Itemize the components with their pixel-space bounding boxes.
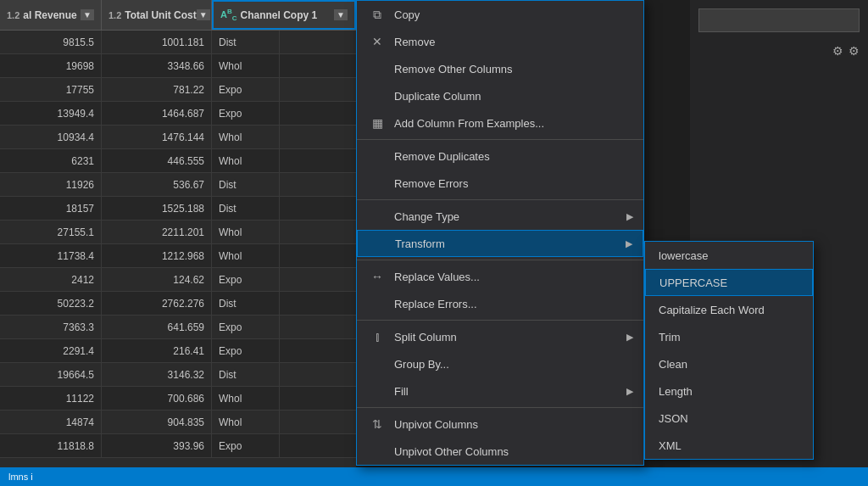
transform-submenu: lowercaseUPPERCASECapitalize Each WordTr…	[644, 241, 814, 460]
menu-item-remove_errors[interactable]: Remove Errors	[357, 170, 643, 197]
remove-icon: ✕	[367, 31, 387, 52]
menu-item-group_by[interactable]: Group By...	[357, 350, 643, 377]
cell-channel: Dist	[212, 292, 280, 315]
col-dropdown-channel[interactable]: ▼	[334, 9, 348, 20]
menu-item-label: Unpivot Columns	[394, 418, 478, 431]
menu-separator	[357, 320, 643, 321]
menu-item-replace_values[interactable]: ↔Replace Values...	[357, 263, 643, 290]
submenu-item-label: JSON	[659, 412, 688, 425]
add_col-icon: ▦	[367, 113, 387, 133]
col-header-channel[interactable]: ABC Channel Copy 1 ▼	[212, 0, 356, 30]
cell-channel: Whol	[212, 149, 280, 172]
menu-item-label: Add Column From Examples...	[394, 117, 544, 130]
table-row: 6231 446.555 Whol	[0, 149, 356, 173]
submenu-item-capitalize[interactable]: Capitalize Each Word	[645, 296, 813, 323]
cell-channel: Dist	[212, 31, 280, 53]
copy-icon: ⧉	[367, 4, 387, 25]
cell-cost: 2762.276	[102, 292, 212, 315]
cell-cost: 781.22	[102, 78, 212, 101]
menu-item-unpivot_other_columns[interactable]: Unpivot Other Columns	[357, 438, 643, 465]
cell-cost: 1525.188	[102, 197, 212, 220]
menu-item-copy[interactable]: ⧉Copy	[357, 1, 643, 28]
cell-cost: 3146.32	[102, 363, 212, 386]
cell-revenue: 7363.3	[0, 316, 102, 338]
table-row: 19698 3348.66 Whol	[0, 54, 356, 78]
cell-cost: 124.62	[102, 268, 212, 291]
table-row: 18157 1525.188 Dist	[0, 197, 356, 221]
submenu-item-xml[interactable]: XML	[645, 432, 813, 459]
menu-item-label: Group By...	[394, 358, 449, 371]
cell-revenue: 6231	[0, 149, 102, 172]
gear-icon-2[interactable]: ⚙	[849, 44, 860, 58]
submenu-item-label: XML	[659, 439, 682, 452]
cell-revenue: 13949.4	[0, 102, 102, 125]
submenu-arrow-icon: ▶	[626, 238, 632, 249]
menu-item-remove_duplicates[interactable]: Remove Duplicates	[357, 142, 643, 170]
menu-item-label: Split Column	[394, 331, 457, 344]
submenu-arrow-icon: ▶	[626, 211, 633, 222]
gear-row: ⚙ ⚙	[690, 41, 868, 61]
cell-channel: Whol	[212, 221, 280, 243]
context-menu: ⧉Copy✕RemoveRemove Other ColumnsDuplicat…	[356, 0, 644, 466]
cell-revenue: 9815.5	[0, 31, 102, 53]
menu-item-label: Transform	[395, 237, 445, 250]
cell-cost: 1464.687	[102, 102, 212, 125]
menu-item-unpivot_columns[interactable]: ⇅Unpivot Columns	[357, 411, 643, 438]
menu-item-remove[interactable]: ✕Remove	[357, 28, 643, 55]
submenu-arrow-icon: ▶	[626, 386, 633, 397]
col-header-revenue[interactable]: 1.2 al Revenue ▼	[0, 0, 102, 30]
table-header: 1.2 al Revenue ▼ 1.2 Total Unit Cost ▼ A…	[0, 0, 356, 31]
cell-channel: Expo	[212, 268, 280, 291]
submenu-item-length[interactable]: Length	[645, 377, 813, 405]
table-row: 2291.4 216.41 Expo	[0, 339, 356, 363]
menu-item-label: Fill	[394, 385, 409, 398]
menu-icon-blank	[367, 173, 387, 193]
menu-item-split_column[interactable]: ⫿Split Column▶	[357, 323, 643, 350]
menu-icon-blank	[367, 206, 387, 226]
menu-item-replace_errors[interactable]: Replace Errors...	[357, 290, 643, 317]
gear-icon-1[interactable]: ⚙	[832, 44, 843, 58]
menu-item-label: Remove	[394, 36, 435, 48]
submenu-item-lowercase[interactable]: lowercase	[645, 242, 813, 269]
menu-item-label: Remove Errors	[394, 177, 468, 190]
menu-item-label: Remove Other Columns	[394, 63, 512, 75]
cell-channel: Whol	[212, 411, 280, 433]
submenu-item-label: lowercase	[659, 249, 709, 262]
cell-revenue: 17755	[0, 78, 102, 101]
cell-channel: Expo	[212, 339, 280, 362]
col-dropdown-revenue[interactable]: ▼	[81, 9, 94, 20]
cell-channel: Dist	[212, 173, 280, 196]
menu-item-change_type[interactable]: Change Type▶	[357, 203, 643, 230]
table-row: 50223.2 2762.276 Dist	[0, 292, 356, 316]
menu-item-duplicate_column[interactable]: Duplicate Column	[357, 82, 643, 109]
menu-item-transform[interactable]: Transform▶	[357, 230, 643, 257]
menu-item-add_column_from_examples[interactable]: ▦Add Column From Examples...	[357, 109, 643, 137]
table-row: 17755 781.22 Expo	[0, 78, 356, 102]
submenu-item-label: Clean	[659, 358, 687, 371]
submenu-item-label: Length	[659, 385, 693, 398]
search-box[interactable]	[698, 8, 860, 32]
submenu-item-json[interactable]: JSON	[645, 405, 813, 432]
cell-cost: 3348.66	[102, 54, 212, 77]
submenu-item-uppercase[interactable]: UPPERCASE	[645, 269, 813, 296]
menu-item-fill[interactable]: Fill▶	[357, 377, 643, 405]
cell-revenue: 50223.2	[0, 292, 102, 315]
submenu-item-clean[interactable]: Clean	[645, 350, 813, 377]
cell-revenue: 19664.5	[0, 363, 102, 386]
cell-revenue: 27155.1	[0, 221, 102, 243]
cell-revenue: 2291.4	[0, 339, 102, 362]
col-dropdown-cost[interactable]: ▼	[197, 9, 210, 20]
submenu-item-trim[interactable]: Trim	[645, 323, 813, 350]
menu-separator	[357, 260, 643, 260]
cell-revenue: 11926	[0, 173, 102, 196]
menu-icon-blank	[367, 441, 387, 461]
cell-revenue: 18157	[0, 197, 102, 220]
col-label-cost: Total Unit Cost	[125, 9, 196, 21]
replace-icon: ↔	[367, 266, 387, 287]
cell-revenue: 19698	[0, 54, 102, 77]
cell-cost: 393.96	[102, 434, 212, 457]
cell-revenue: 11122	[0, 387, 102, 410]
col-header-cost[interactable]: 1.2 Total Unit Cost ▼	[102, 0, 212, 30]
menu-item-remove_other_columns[interactable]: Remove Other Columns	[357, 55, 643, 82]
type-icon-cost: 1.2	[108, 10, 121, 20]
